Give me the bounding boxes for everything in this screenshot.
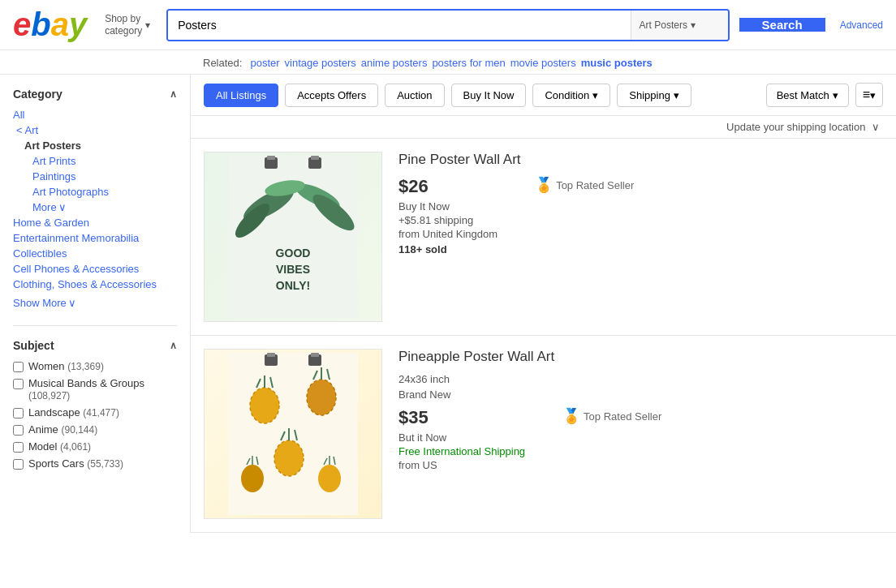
related-link-anime[interactable]: anime posters — [361, 57, 428, 69]
more-link[interactable]: More ∨ — [32, 201, 177, 213]
related-link-posters-men[interactable]: posters for men — [432, 57, 505, 69]
svg-point-37 — [318, 465, 341, 492]
shipping-location-text: Update your shipping location — [726, 121, 865, 133]
svg-rect-17 — [311, 353, 319, 357]
sidebar-item-home-garden[interactable]: Home & Garden — [13, 217, 177, 229]
product-buy-type-1: But it Now — [398, 431, 525, 444]
sidebar-item-cell-phones[interactable]: Cell Phones & Accessories — [13, 263, 177, 275]
subject-checkbox-women[interactable] — [13, 362, 24, 372]
logo-b: b — [31, 6, 50, 43]
auction-button[interactable]: Auction — [385, 84, 444, 107]
product-details-1: Pineapple Poster Wall Art 24x36 inch Bra… — [398, 349, 883, 519]
collectibles-link[interactable]: Collectibles — [13, 247, 67, 260]
sidebar-category-section: Category ∧ All < Art Art Posters Art Pri… — [13, 88, 177, 309]
sidebar-item-art-posters[interactable]: Art Posters — [24, 139, 177, 152]
search-category-dropdown[interactable]: Art Posters ▾ — [631, 11, 728, 40]
subject-checkbox-anime[interactable] — [13, 425, 24, 436]
subject-label-anime: Anime (90,144) — [28, 423, 97, 436]
sidebar-item-art-prints[interactable]: Art Prints — [32, 155, 177, 167]
related-link-vintage[interactable]: vintage posters — [285, 57, 356, 69]
sidebar-subject-chevron-icon[interactable]: ∧ — [170, 340, 177, 351]
svg-text:GOOD: GOOD — [276, 247, 311, 260]
product-title-1[interactable]: Pineapple Poster Wall Art — [398, 349, 883, 365]
sidebar-item-more[interactable]: More ∨ — [32, 201, 177, 213]
home-garden-link[interactable]: Home & Garden — [13, 217, 89, 229]
clothing-link[interactable]: Clothing, Shoes & Accessories — [13, 278, 157, 290]
product-sold-0: 118+ sold — [398, 243, 498, 255]
paintings-link[interactable]: Paintings — [32, 170, 75, 182]
subject-checkbox-musical-bands[interactable] — [13, 379, 24, 389]
sort-dropdown-button[interactable]: Best Match ▾ — [766, 84, 849, 107]
search-category-chevron-icon: ▾ — [691, 19, 696, 31]
entertainment-link[interactable]: Entertainment Memorabilia — [13, 232, 139, 244]
shipping-dropdown-button[interactable]: Shipping ▾ — [617, 84, 691, 107]
subject-label-women: Women (13,369) — [28, 360, 104, 372]
show-more-link[interactable]: Show More ∨ — [13, 297, 177, 309]
subject-item-anime: Anime (90,144) — [13, 423, 177, 436]
condition-label: Condition — [545, 89, 589, 101]
sidebar-item-collectibles[interactable]: Collectibles — [13, 247, 177, 260]
svg-rect-4 — [311, 156, 319, 160]
shop-by-category[interactable]: Shop by category ▾ — [103, 13, 150, 36]
related-link-movie[interactable]: movie posters — [510, 57, 576, 69]
subject-checkbox-landscape[interactable] — [13, 408, 24, 418]
subject-item-model: Model (4,061) — [13, 440, 177, 453]
sort-chevron-icon: ▾ — [833, 89, 838, 101]
svg-rect-15 — [267, 353, 275, 357]
condition-dropdown-button[interactable]: Condition ▾ — [532, 84, 610, 107]
sidebar-item-art-photos[interactable]: Art Photographs — [32, 186, 177, 198]
sidebar: Category ∧ All < Art Art Posters Art Pri… — [0, 75, 191, 533]
subject-label-musical-bands: Musical Bands & Groups (108,927) — [28, 377, 144, 401]
product-list: GOOD VIBES ONLY! Pine Poster Wall Art $2… — [191, 139, 896, 533]
show-more-label: Show More — [13, 297, 67, 309]
product-title-0[interactable]: Pine Poster Wall Art — [398, 152, 883, 168]
product-subtitle-1: 24x36 inch — [398, 373, 883, 385]
all-link[interactable]: All — [13, 109, 24, 121]
sidebar-item-all[interactable]: All — [13, 109, 177, 121]
top-rated-badge-icon-1: 🏅 — [562, 407, 580, 425]
search-input[interactable] — [168, 11, 630, 40]
subject-label-model: Model (4,061) — [28, 440, 91, 453]
sidebar-category-chevron-icon[interactable]: ∧ — [170, 88, 177, 100]
search-category-label: Art Posters — [640, 19, 687, 31]
subject-checkbox-model[interactable] — [13, 442, 24, 453]
sidebar-item-clothing[interactable]: Clothing, Shoes & Accessories — [13, 278, 177, 290]
advanced-search-link[interactable]: Advanced — [840, 19, 883, 31]
show-more-chevron-icon: ∨ — [68, 297, 76, 309]
product-shipping-0: +$5.81 shipping — [398, 214, 498, 226]
sidebar-item-entertainment[interactable]: Entertainment Memorabilia — [13, 232, 177, 244]
related-label: Related: — [203, 57, 242, 69]
sort-label: Best Match — [777, 89, 829, 101]
product-top-rated-0: 🏅 Top Rated Seller — [535, 176, 634, 194]
logo[interactable]: e b a y — [13, 6, 87, 43]
shipping-location-bar[interactable]: Update your shipping location ∨ — [191, 116, 896, 139]
art-posters-link[interactable]: Art Posters — [24, 139, 81, 152]
accepts-offers-button[interactable]: Accepts Offers — [285, 84, 378, 107]
product-item-1: Pineapple Poster Wall Art 24x36 inch Bra… — [191, 336, 896, 533]
shop-by-chevron-icon: ▾ — [145, 19, 150, 31]
logo-y: y — [69, 6, 87, 43]
all-listings-button[interactable]: All Listings — [204, 84, 278, 107]
view-toggle-button[interactable]: ≡ ▾ — [855, 83, 883, 107]
subject-item-sports-cars: Sports Cars (55,733) — [13, 457, 177, 470]
sidebar-subject-section: Subject ∧ Women (13,369) Musical Bands &… — [13, 339, 177, 470]
svg-rect-0 — [228, 156, 358, 318]
product-location-0: from United Kingdom — [398, 228, 498, 240]
sidebar-item-paintings[interactable]: Paintings — [32, 170, 177, 182]
related-link-music[interactable]: music posters — [581, 57, 653, 69]
product-image-1[interactable] — [204, 349, 382, 519]
search-button[interactable]: Search — [739, 18, 825, 32]
art-photographs-link[interactable]: Art Photographs — [32, 186, 109, 198]
sidebar-item-art[interactable]: < Art — [16, 124, 177, 136]
product-shipping-1: Free International Shipping — [398, 445, 525, 457]
cell-phones-link[interactable]: Cell Phones & Accessories — [13, 263, 139, 275]
art-link[interactable]: < Art — [16, 124, 38, 136]
condition-chevron-icon: ▾ — [592, 89, 598, 101]
subject-checkbox-sports-cars[interactable] — [13, 459, 24, 470]
product-image-0[interactable]: GOOD VIBES ONLY! — [204, 152, 382, 322]
buy-it-now-button[interactable]: Buy It Now — [451, 84, 527, 107]
category-label: category — [105, 25, 142, 36]
art-prints-link[interactable]: Art Prints — [32, 155, 75, 167]
shipping-location-chevron-icon: ∨ — [872, 121, 880, 133]
related-link-poster[interactable]: poster — [250, 57, 279, 69]
